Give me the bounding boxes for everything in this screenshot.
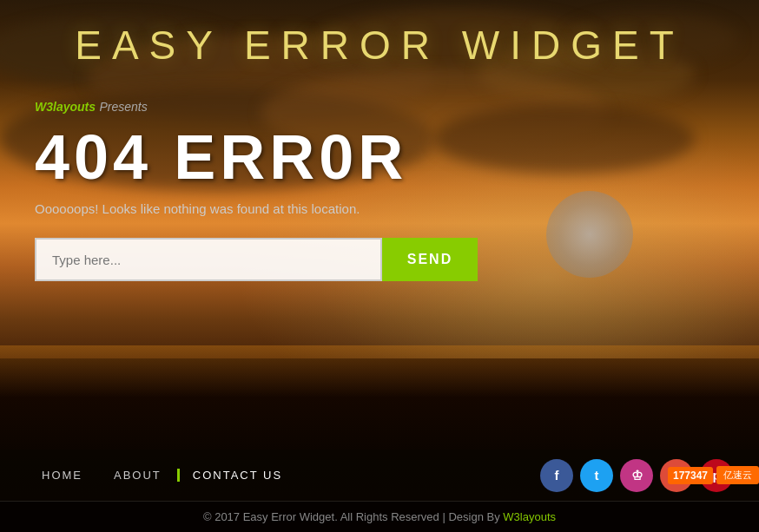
brand-line: W3layouts Presents xyxy=(35,99,724,115)
brand-name: W3layouts xyxy=(35,100,96,114)
presents-text: Presents xyxy=(99,100,147,114)
watermark: 177347 亿速云 xyxy=(668,466,759,484)
facebook-icon: f xyxy=(555,468,559,483)
search-input[interactable] xyxy=(35,238,382,281)
footer-brand-link[interactable]: W3layouts xyxy=(503,510,556,523)
footer-nav: HOME ABOUT CONTACT US f t ♔ g+ p xyxy=(0,450,759,502)
facebook-button[interactable]: f xyxy=(540,459,573,492)
content-area: W3layouts Presents 404 ERR0R Oooooops! L… xyxy=(0,82,759,450)
badge-177347: 177347 xyxy=(668,467,713,484)
search-form: SEND xyxy=(35,238,478,281)
header: EASY ERROR WIDGET xyxy=(0,0,759,82)
nav-item-about[interactable]: ABOUT xyxy=(98,469,177,482)
send-button[interactable]: SEND xyxy=(382,238,478,281)
nav-item-home[interactable]: HOME xyxy=(26,469,98,482)
error-code: 404 ERR0R xyxy=(35,122,724,193)
twitter-button[interactable]: t xyxy=(580,459,613,492)
error-description: Oooooops! Looks like nothing was found a… xyxy=(35,201,724,216)
twitter-icon: t xyxy=(595,468,599,483)
badge-aliyun: 亿速云 xyxy=(716,466,759,484)
copyright-text: © 2017 Easy Error Widget. All Rights Res… xyxy=(203,510,500,523)
nav-item-contact[interactable]: CONTACT US xyxy=(177,469,298,482)
site-title: EASY ERROR WIDGET xyxy=(17,22,742,69)
footer-bottom: © 2017 Easy Error Widget. All Rights Res… xyxy=(0,502,759,532)
instagram-button[interactable]: ♔ xyxy=(620,459,653,492)
footer: HOME ABOUT CONTACT US f t ♔ g+ p xyxy=(0,450,759,532)
main-content: EASY ERROR WIDGET W3layouts Presents 404… xyxy=(0,0,759,532)
instagram-icon: ♔ xyxy=(631,468,643,483)
